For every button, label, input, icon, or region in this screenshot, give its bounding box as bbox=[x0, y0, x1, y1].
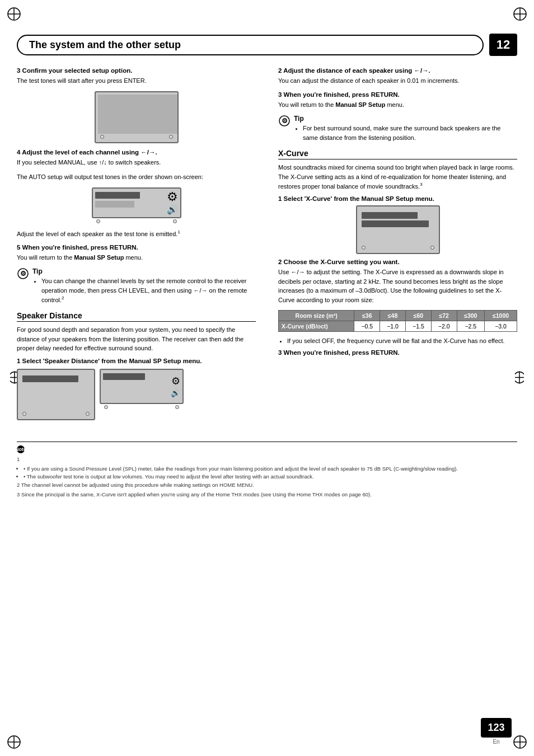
tip-box-right: ⚙ Tip For best surround sound, make sure… bbox=[278, 115, 517, 142]
xcurve-text-span: Most soundtracks mixed for cinema sound … bbox=[278, 164, 514, 190]
menu-row-sp-2 bbox=[22, 384, 84, 391]
screen-dot-xc1-l bbox=[362, 246, 366, 250]
screen-step3 bbox=[17, 91, 256, 143]
xcurve-step1-heading-text: 1 Select 'X-Curve' from the Manual SP Se… bbox=[278, 195, 434, 202]
xcurve-heading: X-Curve bbox=[278, 149, 517, 159]
note-num-1: 1 bbox=[17, 456, 20, 462]
menu-row-sp-1 bbox=[22, 375, 78, 382]
screen-dot-right-3 bbox=[169, 135, 173, 139]
menu-spacer bbox=[22, 392, 92, 408]
corner-mark-bl bbox=[6, 734, 22, 750]
screen-sp-menu bbox=[103, 372, 168, 401]
screen-speaker-icon-r: 🔊 bbox=[171, 388, 180, 397]
menu-row-spr-1 bbox=[103, 373, 145, 380]
page-number-box: 123 bbox=[481, 718, 512, 738]
right-step2-text: You can adjust the distance of each spea… bbox=[278, 76, 517, 86]
menu-row-spr-2 bbox=[103, 382, 139, 388]
screen-dots-sp-left bbox=[20, 411, 92, 417]
screen-speaker-left bbox=[17, 369, 95, 420]
note-item-1b-text: The subwoofer test tone is output at low… bbox=[27, 473, 314, 480]
page-number-text: 123 bbox=[488, 722, 504, 734]
step3-heading: 3 Confirm your selected setup option. bbox=[17, 67, 256, 74]
xcurve-col-header-label: Room size (m²) bbox=[279, 311, 354, 321]
chapter-title: The system and the other setup bbox=[17, 35, 484, 55]
right-step3-heading: 3 When you're finished, press RETURN. bbox=[278, 91, 517, 98]
xcurve-row-label: X-Curve (dB/oct) bbox=[279, 321, 354, 332]
screen-dots-step3 bbox=[98, 134, 175, 140]
notes-section: Note 1 • If you are using a Sound Pressu… bbox=[17, 442, 517, 499]
xcurve-val-1: −0.5 bbox=[354, 321, 380, 332]
tip-label-left: Tip bbox=[32, 267, 256, 275]
tip-gear-icon-right: ⚙ bbox=[278, 115, 291, 127]
note-text-area: 1 • If you are using a Sound Pressure Le… bbox=[17, 456, 517, 499]
chapter-title-text: The system and the other setup bbox=[29, 39, 181, 50]
step3-text: The test tones will start after you pres… bbox=[17, 76, 256, 86]
screen-speaker-right: ⚙ 🔊 bbox=[100, 369, 184, 420]
screen-dot-left-4 bbox=[96, 219, 100, 223]
corner-mark-tr bbox=[512, 6, 528, 22]
corner-mark-tl bbox=[6, 6, 22, 22]
note-label: Note bbox=[17, 445, 517, 453]
chapter-number: 12 bbox=[489, 34, 517, 56]
right-step2-text-span: You can adjust the distance of each spea… bbox=[278, 77, 460, 84]
xcurve-heading-text: X-Curve bbox=[278, 149, 308, 158]
tip-icon-left: ⚙ bbox=[17, 267, 29, 281]
svg-text:⚙: ⚙ bbox=[20, 270, 26, 278]
menu-xc-spacer bbox=[362, 228, 437, 242]
tip-bullet-right: For best surround sound, make sure the s… bbox=[303, 125, 500, 141]
note-label-text: Note bbox=[15, 447, 26, 452]
screen-pair-speaker: ⚙ 🔊 bbox=[17, 369, 256, 420]
speaker-distance-heading: Speaker Distance bbox=[17, 311, 256, 322]
note-num-2: 2 bbox=[17, 482, 21, 488]
xcurve-col-header-300: ≤300 bbox=[457, 311, 484, 321]
right-step3-bold: Manual SP Setup bbox=[335, 101, 385, 108]
menu-row-2 bbox=[95, 201, 134, 208]
screen-dots-xc1 bbox=[359, 245, 437, 251]
corner-mark-br bbox=[512, 734, 528, 750]
footnote-ref-1: 1 bbox=[177, 229, 180, 234]
xcurve-note-area: If you select OFF, the frequency curve w… bbox=[278, 336, 517, 346]
screen-dots-sp-right bbox=[100, 404, 184, 410]
xcurve-val-3: −1.5 bbox=[405, 321, 431, 332]
step5-text: You will return to the Manual SP Setup m… bbox=[17, 253, 256, 262]
step4-text2-span: The AUTO setup will output test tones in… bbox=[17, 173, 203, 180]
xcurve-step2-text: Use ←/→ to adjust the setting. The X-Cur… bbox=[278, 267, 517, 304]
screen-icon-area: ⚙ 🔊 bbox=[163, 191, 178, 215]
left-column: 3 Confirm your selected setup option. Th… bbox=[17, 67, 261, 425]
xcurve-col-header-60: ≤60 bbox=[405, 311, 431, 321]
step4-heading: 4 Adjust the level of each channel using… bbox=[17, 149, 256, 156]
speaker-distance-heading-text: Speaker Distance bbox=[17, 311, 82, 320]
note-item-3-text: Since the principal is the same, X-Curve… bbox=[21, 491, 372, 497]
screen-xcurve-step1 bbox=[278, 205, 517, 254]
screen-box-step3 bbox=[95, 91, 179, 143]
screen-dot-spr-l bbox=[104, 405, 108, 409]
note-item-3: 3 Since the principal is the same, X-Cur… bbox=[17, 491, 517, 499]
speaker-distance-text: For good sound depth and separation from… bbox=[17, 325, 256, 353]
xcurve-step2-heading-text: 2 Choose the X-Curve setting you want. bbox=[278, 259, 400, 265]
footnote-ref-2: 2 bbox=[62, 295, 64, 300]
step4-heading-text: 4 Adjust the level of each channel using… bbox=[17, 149, 157, 156]
screen-gear-icon-r: ⚙ bbox=[171, 375, 180, 387]
xcurve-val-5: −2.5 bbox=[457, 321, 484, 332]
screen-dot-xc1-r bbox=[430, 246, 434, 250]
screen-box-speaker-left bbox=[17, 369, 95, 420]
xcurve-step3-heading: 3 When you're finished, press RETURN. bbox=[278, 349, 517, 356]
right-step2-heading-text: 2 Adjust the distance of each speaker us… bbox=[278, 67, 430, 74]
right-column: 2 Adjust the distance of each speaker us… bbox=[273, 67, 517, 425]
menu-row-1 bbox=[95, 192, 140, 199]
tip-text-left: You can change the channel levels by set… bbox=[32, 276, 256, 304]
screen-box-xcurve1 bbox=[356, 205, 440, 254]
speaker-icon: 🔊 bbox=[167, 204, 178, 215]
xcurve-col-header-48: ≤48 bbox=[380, 311, 406, 321]
xcurve-val-6: −3.0 bbox=[485, 321, 517, 332]
note-item-2: 2 The channel level cannot be adjusted u… bbox=[17, 481, 517, 489]
screen-sp-icons: ⚙ 🔊 bbox=[168, 372, 180, 401]
xcurve-note-text: If you select OFF, the frequency curve w… bbox=[287, 337, 505, 344]
xcurve-col-header-72: ≤72 bbox=[431, 311, 457, 321]
screen-dots-step4 bbox=[92, 218, 181, 224]
tip-label-right: Tip bbox=[294, 115, 517, 123]
xcurve-text: Most soundtracks mixed for cinema sound … bbox=[278, 163, 517, 191]
menu-row-xc-2 bbox=[362, 220, 429, 227]
screen-dot-spr-r bbox=[175, 405, 179, 409]
step4-text2: The AUTO setup will output test tones in… bbox=[17, 172, 256, 182]
